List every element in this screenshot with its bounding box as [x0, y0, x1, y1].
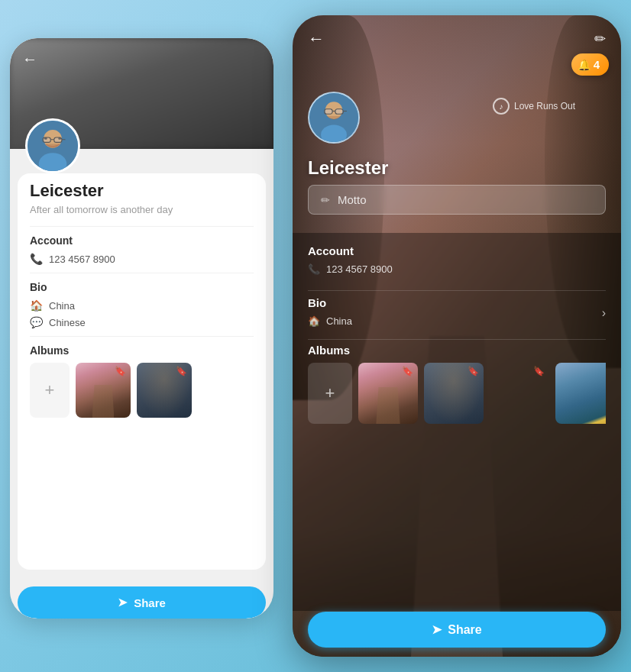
front-nav-back-button[interactable]: ←	[308, 29, 325, 49]
front-albums-label: Albums	[308, 344, 606, 357]
front-album-thumb-1[interactable]: 🔖	[358, 363, 418, 424]
front-bookmark-1: 🔖	[402, 366, 413, 376]
phone-icon: 📞	[30, 253, 43, 265]
back-divider-2	[30, 273, 254, 273]
front-album-thumb-3[interactable]: 🔖	[490, 363, 549, 424]
front-bio-section: Bio 🏠 China ›	[308, 296, 606, 330]
home-icon: 🏠	[30, 299, 43, 312]
music-title: Love Runs Out	[514, 101, 575, 111]
front-bookmark-2: 🔖	[468, 366, 479, 376]
back-username: Leicester	[30, 181, 254, 201]
back-language-row: 💬 Chinese	[30, 316, 254, 328]
front-avatar	[308, 92, 360, 144]
front-album-thumb-2[interactable]: 🔖	[424, 363, 484, 424]
front-bookmark-3: 🔖	[533, 366, 545, 376]
music-icon: ♪	[493, 98, 510, 115]
back-albums-row: + 🔖 🔖	[30, 363, 254, 418]
front-share-label: Share	[448, 623, 481, 637]
front-phone-icon: 📞	[308, 263, 320, 275]
front-username: Leicester	[308, 157, 388, 179]
svg-rect-6	[54, 137, 62, 142]
back-motto: After all tomorrow is another day	[30, 204, 254, 215]
back-account-label: Account	[30, 234, 254, 247]
front-nav-edit-button[interactable]: ✏	[594, 31, 606, 47]
front-notification-badge[interactable]: 🔔 4	[571, 53, 609, 76]
phone-front: ← ✏ ♪ Love Runs Out 🔔 4	[293, 15, 621, 657]
back-share-label: Share	[134, 596, 166, 609]
front-account-section: Account 📞 123 4567 8900	[308, 244, 606, 278]
back-divider-1	[30, 226, 254, 227]
svg-rect-13	[335, 109, 343, 115]
notification-bell-icon: 🔔	[578, 59, 591, 71]
front-phone-number: 123 4567 8900	[326, 263, 393, 275]
back-language: Chinese	[49, 317, 86, 328]
back-nav-button[interactable]: ←	[22, 50, 37, 68]
back-share-button[interactable]: ➤ Share	[18, 586, 266, 619]
back-bio-label: Bio	[30, 281, 254, 293]
phone-back: ←	[10, 38, 273, 619]
front-motto-button[interactable]: ✏ Motto	[308, 185, 606, 215]
scene: ←	[10, 15, 621, 657]
front-music-indicator[interactable]: ♪ Love Runs Out	[493, 98, 575, 115]
back-profile-card: Leicester After all tomorrow is another …	[18, 173, 266, 570]
back-album-thumb-1[interactable]: 🔖	[76, 363, 131, 418]
bookmark-icon-2: 🔖	[176, 366, 187, 376]
back-location-row: 🏠 China	[30, 299, 254, 312]
svg-rect-5	[43, 137, 50, 142]
back-add-album-button[interactable]: +	[30, 363, 70, 418]
chat-icon: 💬	[30, 316, 43, 328]
front-divider-2	[308, 339, 606, 340]
front-divider-1	[308, 290, 606, 291]
front-location-row: 🏠 China	[308, 315, 352, 327]
notification-count: 4	[594, 58, 600, 71]
front-avatar-wrap	[308, 92, 360, 144]
back-phone-row: 📞 123 4567 8900	[30, 253, 254, 265]
back-album-thumb-2[interactable]: 🔖	[137, 363, 192, 418]
front-share-icon: ➤	[432, 622, 442, 637]
front-albums-row: + 🔖 🔖 🔖	[308, 363, 606, 424]
back-avatar	[25, 118, 80, 173]
back-share-icon: ➤	[118, 596, 128, 609]
back-albums-label: Albums	[30, 344, 254, 357]
front-home-icon: 🏠	[308, 315, 320, 327]
front-bio-label: Bio	[308, 296, 352, 309]
front-phone-row: 📞 123 4567 8900	[308, 263, 606, 275]
front-add-album-button[interactable]: +	[308, 363, 352, 424]
front-account-label: Account	[308, 244, 606, 257]
motto-pen-icon: ✏	[321, 194, 330, 206]
back-divider-3	[30, 336, 254, 337]
back-phone-number: 123 4567 8900	[49, 254, 115, 265]
front-motto-text: Motto	[338, 193, 367, 206]
front-album-thumb-4[interactable]	[555, 363, 606, 424]
front-albums-section: Albums + 🔖 🔖 🔖	[308, 344, 606, 424]
back-location: China	[49, 300, 75, 312]
front-share-button[interactable]: ➤ Share	[308, 612, 606, 648]
front-location: China	[326, 315, 352, 327]
front-nav: ← ✏	[293, 15, 621, 49]
svg-rect-12	[325, 109, 332, 115]
bio-chevron-icon[interactable]: ›	[602, 306, 606, 320]
bookmark-icon-1: 🔖	[115, 366, 126, 376]
